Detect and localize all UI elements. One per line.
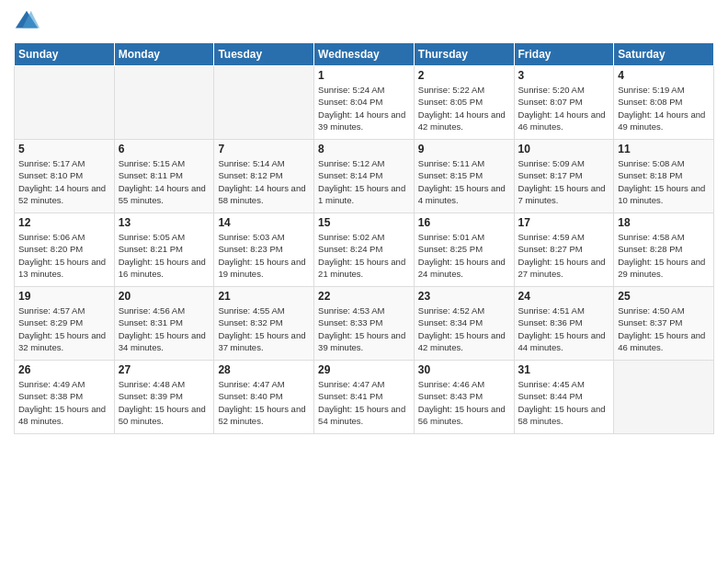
day-number: 17	[518, 216, 610, 229]
day-number: 2	[418, 69, 510, 82]
day-sunset: Sunset: 8:29 PM	[18, 317, 83, 327]
day-sunset: Sunset: 8:37 PM	[618, 317, 682, 327]
calendar-cell: 27Sunrise: 4:48 AMSunset: 8:39 PMDayligh…	[114, 361, 214, 434]
day-sunrise: Sunrise: 5:17 AM	[18, 158, 85, 168]
week-row-2: 5Sunrise: 5:17 AMSunset: 8:10 PMDaylight…	[15, 140, 714, 213]
day-number: 7	[218, 143, 310, 155]
day-sunrise: Sunrise: 4:55 AM	[218, 305, 284, 316]
day-daylight: Daylight: 15 hours and 50 minutes.	[119, 404, 206, 426]
day-sunrise: Sunrise: 5:20 AM	[518, 85, 585, 95]
day-number: 23	[418, 290, 510, 303]
col-header-wednesday: Wednesday	[314, 43, 415, 66]
day-number: 22	[318, 290, 410, 303]
day-sunset: Sunset: 8:11 PM	[119, 170, 183, 180]
day-sunset: Sunset: 8:40 PM	[218, 391, 282, 401]
day-number: 14	[218, 216, 310, 229]
day-daylight: Daylight: 15 hours and 56 minutes.	[418, 404, 506, 426]
calendar-cell	[614, 361, 714, 434]
day-daylight: Daylight: 15 hours and 48 minutes.	[18, 404, 106, 426]
day-sunset: Sunset: 8:32 PM	[218, 317, 282, 327]
day-sunset: Sunset: 8:15 PM	[418, 170, 483, 180]
week-row-1: 1Sunrise: 5:24 AMSunset: 8:04 PMDaylight…	[15, 66, 714, 140]
day-sunset: Sunset: 8:25 PM	[418, 244, 483, 254]
calendar-cell: 2Sunrise: 5:22 AMSunset: 8:05 PMDaylight…	[414, 66, 514, 140]
day-daylight: Daylight: 15 hours and 27 minutes.	[518, 257, 606, 279]
day-number: 30	[418, 363, 510, 376]
calendar-cell: 26Sunrise: 4:49 AMSunset: 8:38 PMDayligh…	[15, 361, 115, 434]
day-sunrise: Sunrise: 4:52 AM	[418, 305, 484, 316]
day-sunrise: Sunrise: 4:59 AM	[518, 232, 585, 242]
day-sunrise: Sunrise: 5:14 AM	[218, 158, 284, 168]
calendar-cell: 17Sunrise: 4:59 AMSunset: 8:27 PMDayligh…	[514, 213, 614, 287]
day-number: 9	[418, 143, 510, 155]
calendar-cell: 8Sunrise: 5:12 AMSunset: 8:14 PMDaylight…	[314, 140, 415, 213]
calendar-cell: 19Sunrise: 4:57 AMSunset: 8:29 PMDayligh…	[15, 287, 115, 361]
calendar-body: 1Sunrise: 5:24 AMSunset: 8:04 PMDaylight…	[15, 66, 714, 434]
day-daylight: Daylight: 14 hours and 58 minutes.	[218, 183, 305, 205]
day-sunrise: Sunrise: 4:47 AM	[318, 379, 384, 389]
calendar-cell: 23Sunrise: 4:52 AMSunset: 8:34 PMDayligh…	[414, 287, 514, 361]
day-sunset: Sunset: 8:14 PM	[318, 170, 382, 180]
day-number: 21	[218, 290, 310, 303]
logo	[14, 9, 43, 35]
calendar-cell: 9Sunrise: 5:11 AMSunset: 8:15 PMDaylight…	[414, 140, 514, 213]
day-sunrise: Sunrise: 5:15 AM	[119, 158, 185, 168]
day-sunset: Sunset: 8:27 PM	[518, 244, 583, 254]
day-sunrise: Sunrise: 5:19 AM	[618, 85, 684, 95]
day-sunrise: Sunrise: 4:48 AM	[119, 379, 185, 389]
calendar-cell: 5Sunrise: 5:17 AMSunset: 8:10 PMDaylight…	[15, 140, 115, 213]
day-daylight: Daylight: 15 hours and 21 minutes.	[318, 257, 405, 279]
calendar-cell: 1Sunrise: 5:24 AMSunset: 8:04 PMDaylight…	[314, 66, 415, 140]
day-sunrise: Sunrise: 5:24 AM	[318, 85, 384, 95]
day-sunset: Sunset: 8:17 PM	[518, 170, 583, 180]
calendar-cell: 31Sunrise: 4:45 AMSunset: 8:44 PMDayligh…	[514, 361, 614, 434]
day-sunrise: Sunrise: 4:51 AM	[518, 305, 585, 316]
day-sunrise: Sunrise: 4:45 AM	[518, 379, 585, 389]
day-daylight: Daylight: 15 hours and 46 minutes.	[618, 330, 705, 352]
calendar-cell: 4Sunrise: 5:19 AMSunset: 8:08 PMDaylight…	[614, 66, 714, 140]
day-number: 11	[618, 143, 710, 155]
calendar-cell	[15, 66, 115, 140]
day-sunrise: Sunrise: 5:22 AM	[418, 85, 484, 95]
calendar-cell	[114, 66, 214, 140]
day-daylight: Daylight: 15 hours and 54 minutes.	[318, 404, 405, 426]
day-number: 5	[18, 143, 110, 155]
day-number: 26	[18, 363, 110, 376]
day-daylight: Daylight: 14 hours and 55 minutes.	[119, 183, 206, 205]
day-sunrise: Sunrise: 5:08 AM	[618, 158, 684, 168]
day-sunrise: Sunrise: 5:05 AM	[119, 232, 185, 242]
calendar-cell: 24Sunrise: 4:51 AMSunset: 8:36 PMDayligh…	[514, 287, 614, 361]
col-header-monday: Monday	[114, 43, 214, 66]
day-sunrise: Sunrise: 5:03 AM	[218, 232, 284, 242]
day-number: 8	[318, 143, 410, 155]
day-sunrise: Sunrise: 5:06 AM	[18, 232, 85, 242]
col-header-thursday: Thursday	[414, 43, 514, 66]
day-sunrise: Sunrise: 4:49 AM	[18, 379, 85, 389]
calendar-cell: 6Sunrise: 5:15 AMSunset: 8:11 PMDaylight…	[114, 140, 214, 213]
day-sunrise: Sunrise: 5:09 AM	[518, 158, 585, 168]
day-sunrise: Sunrise: 5:12 AM	[318, 158, 384, 168]
calendar-cell: 20Sunrise: 4:56 AMSunset: 8:31 PMDayligh…	[114, 287, 214, 361]
day-number: 20	[119, 290, 210, 303]
day-daylight: Daylight: 15 hours and 7 minutes.	[518, 183, 606, 205]
day-sunset: Sunset: 8:05 PM	[418, 97, 483, 107]
day-number: 19	[18, 290, 110, 303]
day-number: 27	[119, 363, 210, 376]
calendar-table: SundayMondayTuesdayWednesdayThursdayFrid…	[14, 42, 714, 434]
calendar-cell: 15Sunrise: 5:02 AMSunset: 8:24 PMDayligh…	[314, 213, 415, 287]
day-sunrise: Sunrise: 5:01 AM	[418, 232, 484, 242]
day-sunset: Sunset: 8:39 PM	[119, 391, 183, 401]
day-sunset: Sunset: 8:31 PM	[119, 317, 183, 327]
page: SundayMondayTuesdayWednesdayThursdayFrid…	[0, 0, 728, 563]
calendar-cell: 3Sunrise: 5:20 AMSunset: 8:07 PMDaylight…	[514, 66, 614, 140]
calendar-cell: 14Sunrise: 5:03 AMSunset: 8:23 PMDayligh…	[214, 213, 314, 287]
day-sunset: Sunset: 8:20 PM	[18, 244, 83, 254]
day-sunset: Sunset: 8:07 PM	[518, 97, 583, 107]
calendar-cell: 22Sunrise: 4:53 AMSunset: 8:33 PMDayligh…	[314, 287, 415, 361]
day-sunset: Sunset: 8:28 PM	[618, 244, 682, 254]
day-sunrise: Sunrise: 4:53 AM	[318, 305, 384, 316]
day-sunset: Sunset: 8:36 PM	[518, 317, 583, 327]
calendar-cell: 16Sunrise: 5:01 AMSunset: 8:25 PMDayligh…	[414, 213, 514, 287]
week-row-5: 26Sunrise: 4:49 AMSunset: 8:38 PMDayligh…	[15, 361, 714, 434]
day-daylight: Daylight: 15 hours and 10 minutes.	[618, 183, 705, 205]
